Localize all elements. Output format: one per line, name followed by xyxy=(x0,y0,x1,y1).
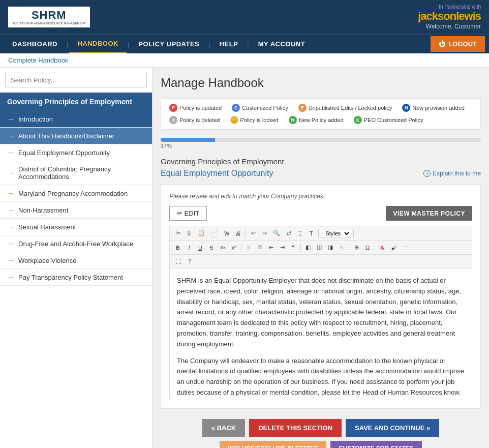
sidebar-item-about[interactable]: → About This Handbook/Disclaimer xyxy=(0,128,152,144)
header-right: In Partnership with jacksonlewis Welcome… xyxy=(418,4,481,30)
sidebar-item-introduction[interactable]: → Introduction xyxy=(0,111,152,128)
legend: P Policy is updated C Customized Policy … xyxy=(161,98,481,130)
sidebar-item-workplace-violence[interactable]: → Workplace Violence xyxy=(0,252,152,269)
toolbar-strike[interactable]: S xyxy=(206,243,217,252)
nav-sep-1: | xyxy=(66,40,69,48)
explain-label: Explain this to me xyxy=(433,170,481,177)
toolbar-fullscreen[interactable]: ⛶ xyxy=(173,257,184,266)
toolbar-special-chars[interactable]: Ω xyxy=(362,243,373,252)
toolbar-bg-color[interactable]: 🖌 xyxy=(388,243,399,252)
nav-help[interactable]: HELP xyxy=(211,35,247,53)
bottom-buttons-row-2: INCLUDE/EXCLUDE IN STATES CUSTOMIZE FOR … xyxy=(220,441,422,448)
sidebar-item-pay-transparency[interactable]: → Pay Transparency Policy Statement xyxy=(0,269,152,286)
search-input[interactable] xyxy=(5,73,147,87)
header: SHRM SOCIETY FOR HUMAN RESOURCE MANAGEME… xyxy=(0,0,489,34)
logout-icon: ⏻ xyxy=(439,40,445,48)
progress-fill xyxy=(161,138,215,142)
toolbar-paste-word[interactable]: W xyxy=(222,229,232,238)
toolbar-select-all[interactable]: ⌶ xyxy=(295,229,305,238)
sidebar-arrow-icon: → xyxy=(7,223,14,231)
section-subtitle: Equal Employment Opportunity xyxy=(161,169,273,178)
sidebar-item-drug-free[interactable]: → Drug-Free and Alcohol-Free Workplace xyxy=(0,235,152,252)
toolbar-subscript[interactable]: x₂ xyxy=(218,243,228,252)
sidebar-item-dc-pregnancy[interactable]: → District of Columbia: Pregnancy Accomm… xyxy=(0,161,152,185)
toolbar-styles-select[interactable]: Styles xyxy=(321,229,351,238)
bottom-buttons-row-1: « BACK DELETE THIS SECTION SAVE AND CONT… xyxy=(202,419,439,437)
toolbar-ul[interactable]: ≣ xyxy=(255,243,265,252)
badge-e: E xyxy=(298,104,307,112)
legend-label-peo: PEO Customized Policy xyxy=(364,117,423,123)
editor-panel: Please review and edit to match your Com… xyxy=(161,184,481,409)
explain-link[interactable]: i Explain this to me xyxy=(423,170,481,177)
toolbar-align-center[interactable]: ◫ xyxy=(314,243,324,252)
page-title: Manage Handbook xyxy=(161,76,481,90)
legend-item-c: C Customized Policy xyxy=(232,104,288,112)
editor-paragraph-1: SHRM is an Equal Opportunity Employer th… xyxy=(177,276,465,350)
nav-policy-updates[interactable]: POLICY UPDATES xyxy=(130,35,207,53)
toolbar-sep-2 xyxy=(318,229,319,237)
toolbar-font-color[interactable]: A xyxy=(377,243,387,252)
sidebar-item-non-harassment[interactable]: → Non-Harassment xyxy=(0,202,152,219)
toolbar-find[interactable]: 🔍 xyxy=(270,228,283,238)
toolbar-undo[interactable]: ↩ xyxy=(248,228,258,238)
toolbar-italic[interactable]: I xyxy=(184,243,194,252)
toolbar-ol[interactable]: ≡ xyxy=(243,243,254,252)
sidebar-item-sexual-harassment[interactable]: → Sexual Harassment xyxy=(0,219,152,235)
nav-handbook[interactable]: HANDBOOK xyxy=(69,35,127,53)
toolbar-cut[interactable]: ✂ xyxy=(173,228,183,238)
include-exclude-button[interactable]: INCLUDE/EXCLUDE IN STATES xyxy=(220,441,326,448)
toolbar-redo[interactable]: ↪ xyxy=(259,228,269,238)
toolbar-blockquote[interactable]: ❝ xyxy=(288,243,298,252)
toolbar-sep-5 xyxy=(300,244,301,252)
nav-dashboard[interactable]: DASHBOARD xyxy=(4,35,66,53)
toolbar-remove-format[interactable]: T xyxy=(306,229,316,238)
toolbar-sep-4 xyxy=(241,244,241,252)
editor-content[interactable]: SHRM is an Equal Opportunity Employer th… xyxy=(169,268,472,400)
toolbar-copy[interactable]: ⎘ xyxy=(184,229,194,238)
content-area: Manage Handbook P Policy is updated C Cu… xyxy=(152,68,489,448)
toolbar-replace[interactable]: ⇄ xyxy=(284,228,294,238)
toolbar-justify[interactable]: ≡ xyxy=(337,243,347,252)
logout-button[interactable]: ⏻ LOGOUT xyxy=(431,36,485,52)
toolbar-align-left[interactable]: ◧ xyxy=(303,243,313,252)
badge-p: P xyxy=(169,104,177,112)
customize-states-button[interactable]: CUSTOMIZE FOR STATES xyxy=(330,441,422,448)
view-master-button[interactable]: VIEW MASTER POLICY xyxy=(386,206,472,221)
editor-paragraph-2: The Company will endeavor to make a reas… xyxy=(177,356,465,398)
toolbar-table[interactable]: ⊞ xyxy=(351,243,361,252)
back-button[interactable]: « BACK xyxy=(202,419,245,437)
toolbar-help[interactable]: ? xyxy=(185,257,195,266)
delete-button[interactable]: DELETE THIS SECTION xyxy=(249,419,342,437)
shrm-logo: SHRM SOCIETY FOR HUMAN RESOURCE MANAGEME… xyxy=(8,7,90,27)
badge-n-green: N xyxy=(289,116,297,124)
logo-text: SHRM xyxy=(32,9,67,22)
sidebar-item-eeo[interactable]: → Equal Employment Opportunity xyxy=(0,144,152,161)
legend-label-c: Customized Policy xyxy=(242,105,288,111)
save-continue-button[interactable]: SAVE AND CONTINUE » xyxy=(346,419,439,437)
toolbar-paste-text[interactable]: 📄 xyxy=(208,228,221,238)
sidebar-item-label: Pay Transparency Policy Statement xyxy=(18,274,123,281)
breadcrumb-link[interactable]: Complete Handbook xyxy=(8,56,69,64)
sidebar-item-md-pregnancy[interactable]: → Maryland Pregnancy Accommodation xyxy=(0,185,152,202)
toolbar-align-right[interactable]: ◨ xyxy=(325,243,335,252)
section-subtitle-row: Equal Employment Opportunity i Explain t… xyxy=(161,169,481,178)
edit-button[interactable]: ✏ EDIT xyxy=(169,206,207,221)
toolbar-indent[interactable]: ⇥ xyxy=(277,243,287,252)
legend-item-peo: C PEO Customized Policy xyxy=(354,116,423,124)
badge-lock: 🔒 xyxy=(230,116,238,124)
toolbar-outdent[interactable]: ⇤ xyxy=(266,243,276,252)
badge-peo: C xyxy=(354,116,362,124)
nav-sep-4: | xyxy=(246,40,250,48)
toolbar-paste[interactable]: 📋 xyxy=(195,228,207,238)
toolbar-sep-3 xyxy=(353,229,354,237)
toolbar-superscript[interactable]: x² xyxy=(229,243,239,252)
toolbar-underline[interactable]: U xyxy=(195,243,205,252)
sidebar-item-label: Non-Harassment xyxy=(18,206,68,214)
logout-label: LOGOUT xyxy=(448,40,477,48)
badge-n-blue: N xyxy=(402,104,410,112)
nav-my-account[interactable]: MY ACCOUNT xyxy=(250,35,313,53)
sidebar-arrow-icon: → xyxy=(7,189,14,197)
toolbar-print[interactable]: 🖨 xyxy=(233,229,243,238)
toolbar-bold[interactable]: B xyxy=(173,243,183,252)
toolbar-more[interactable]: ⋯ xyxy=(400,243,411,252)
